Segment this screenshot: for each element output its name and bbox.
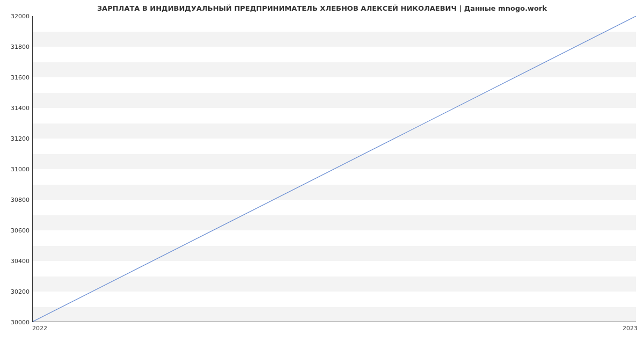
y-tick-label: 30000: [3, 319, 30, 326]
y-tick-label: 31600: [3, 74, 30, 81]
y-tick-label: 32000: [3, 13, 30, 20]
y-tick-label: 30800: [3, 197, 30, 203]
y-tick-label: 31200: [3, 135, 30, 142]
chart-title: ЗАРПЛАТА В ИНДИВИДУАЛЬНЫЙ ПРЕДПРИНИМАТЕЛ…: [0, 4, 644, 12]
y-tick-label: 30600: [3, 227, 30, 234]
salary-line: [33, 16, 636, 322]
y-tick-label: 31000: [3, 166, 30, 173]
y-tick-label: 31400: [3, 105, 30, 112]
chart-container: ЗАРПЛАТА В ИНДИВИДУАЛЬНЫЙ ПРЕДПРИНИМАТЕЛ…: [0, 0, 644, 349]
y-tick-label: 30400: [3, 258, 30, 265]
y-tick-label: 31800: [3, 43, 30, 50]
plot-area: [32, 16, 636, 322]
line-series: [33, 16, 636, 322]
x-tick-label: 2022: [32, 325, 47, 332]
y-tick-label: 30200: [3, 288, 30, 295]
x-tick-label: 2023: [623, 325, 638, 332]
